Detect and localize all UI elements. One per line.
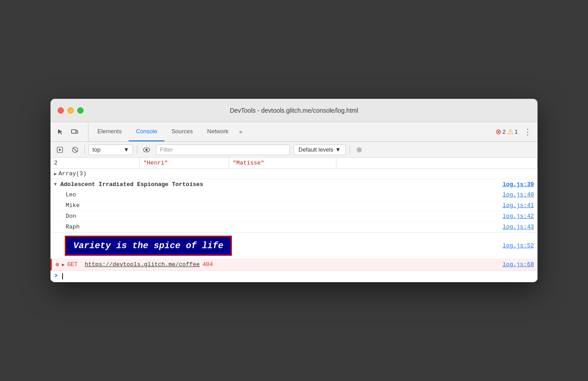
context-selector[interactable]: top ▼ [88, 144, 133, 155]
svg-point-8 [358, 148, 360, 151]
styled-log-text: Variety is the spice of life [65, 236, 232, 256]
select-arrow-icon: ▼ [123, 146, 129, 153]
maximize-button[interactable] [77, 107, 84, 114]
tab-console[interactable]: Console [129, 122, 164, 141]
settings-button[interactable] [353, 144, 365, 156]
tab-elements[interactable]: Elements [90, 122, 129, 141]
error-method: GET [67, 261, 77, 268]
log-item-source-1[interactable]: log.js:41 [503, 202, 534, 209]
levels-arrow-icon: ▼ [335, 146, 341, 153]
log-item-text-1: Mike [66, 202, 80, 209]
svg-marker-3 [59, 148, 61, 151]
title-bar: DevTools - devtools.glitch.me/console/lo… [50, 99, 538, 122]
error-row: ⊗ ▶ GET https://devtools.glitch.me/coffe… [50, 259, 538, 271]
tab-bar: Elements Console Sources Network » ⊗ 2 ⚠… [50, 122, 538, 142]
array-label: Array(3) [59, 170, 86, 177]
table-cell-last: "Matisse" [229, 158, 336, 168]
table-cell-index: 2 [50, 158, 140, 168]
group-source-link[interactable]: log.js:39 [503, 181, 534, 188]
toolbar-divider-2 [137, 145, 137, 154]
minimize-button[interactable] [67, 107, 74, 114]
group-label: Adolescent Irradiated Espionage Tortoise… [60, 181, 203, 188]
log-levels-selector[interactable]: Default levels ▼ [294, 144, 346, 155]
svg-rect-0 [71, 130, 76, 133]
error-spacer [80, 261, 83, 268]
array-row[interactable]: ▶ Array(3) [50, 169, 538, 179]
error-code: 404 [202, 261, 213, 268]
log-item-0: Leo log.js:40 [50, 190, 538, 200]
group-expand-icon: ▼ [54, 182, 57, 187]
error-badge: ⊗ 2 ⚠ 1 [496, 127, 518, 136]
svg-rect-1 [76, 131, 78, 133]
log-item-3: Raph log.js:43 [50, 222, 538, 233]
responsive-icon-button[interactable] [68, 126, 81, 138]
filter-input[interactable] [156, 144, 290, 155]
error-circle-icon: ⊗ [55, 261, 59, 268]
styled-log-row: Variety is the spice of life log.js:52 [50, 233, 538, 259]
console-toolbar: top ▼ Default levels ▼ [50, 142, 538, 158]
table-row: 2 "Henri" "Matisse" [50, 158, 538, 169]
log-item-source-0[interactable]: log.js:40 [503, 191, 534, 198]
tab-more-button[interactable]: » [235, 122, 246, 141]
devtools-window: DevTools - devtools.glitch.me/console/lo… [50, 99, 538, 282]
table-cell-empty [336, 158, 538, 168]
input-cursor [62, 273, 63, 279]
error-url[interactable]: https://devtools.glitch.me/coffee [85, 261, 200, 268]
toolbar-divider-3 [349, 145, 350, 154]
tab-icons [54, 122, 88, 141]
svg-point-7 [146, 148, 148, 151]
warn-icon: ⚠ [507, 127, 513, 136]
traffic-lights [58, 107, 84, 114]
tab-sources[interactable]: Sources [164, 122, 200, 141]
eye-button[interactable] [141, 144, 152, 156]
log-item-source-3[interactable]: log.js:43 [503, 224, 534, 230]
log-item-2: Don log.js:42 [50, 211, 538, 222]
log-item-source-2[interactable]: log.js:42 [503, 213, 534, 220]
table-cell-first: "Henri" [140, 158, 229, 168]
window-title: DevTools - devtools.glitch.me/console/lo… [230, 107, 358, 114]
error-icon: ⊗ [496, 127, 501, 136]
array-expand-icon: ▶ [54, 171, 57, 177]
run-snippet-button[interactable] [54, 144, 66, 156]
devtools-panel: Elements Console Sources Network » ⊗ 2 ⚠… [50, 122, 538, 282]
log-group: ▼ Adolescent Irradiated Espionage Tortoi… [50, 179, 538, 233]
log-item-text-0: Leo [66, 191, 76, 198]
toolbar-divider-1 [84, 145, 85, 154]
svg-line-5 [73, 148, 77, 152]
clear-console-button[interactable] [69, 144, 81, 156]
cursor-icon-button[interactable] [54, 126, 67, 138]
console-output: 2 "Henri" "Matisse" ▶ Array(3) ▼ Adolesc… [50, 158, 538, 282]
input-row[interactable] [50, 271, 538, 282]
log-group-header[interactable]: ▼ Adolescent Irradiated Espionage Tortoi… [50, 179, 538, 190]
input-prompt-icon [54, 273, 59, 279]
close-button[interactable] [58, 107, 64, 114]
tab-network[interactable]: Network [200, 122, 236, 141]
tab-menu-button[interactable]: ⋮ [521, 126, 534, 138]
error-expand-icon[interactable]: ▶ [62, 262, 64, 267]
tab-right: ⊗ 2 ⚠ 1 ⋮ [496, 122, 534, 141]
log-item-text-2: Don [66, 213, 76, 220]
styled-log-source[interactable]: log.js:52 [503, 242, 534, 249]
log-item-text-3: Raph [66, 224, 80, 230]
log-item-1: Mike log.js:41 [50, 200, 538, 211]
error-source[interactable]: log.js:68 [503, 261, 534, 268]
